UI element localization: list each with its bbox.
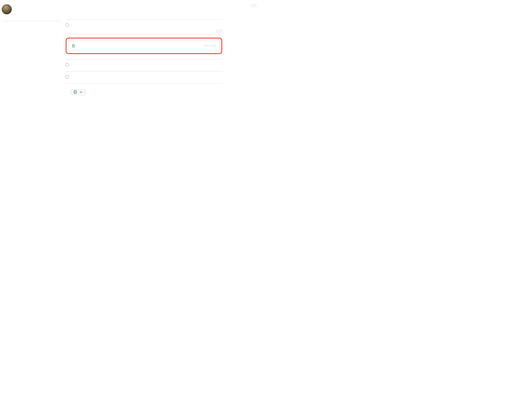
chevron-down-icon — [79, 91, 83, 94]
lock-icon — [72, 44, 75, 48]
gpg-section — [66, 57, 222, 66]
sync-enable-checkbox[interactable] — [66, 76, 69, 79]
repo-icon — [73, 91, 77, 94]
secret-highlight-box — [66, 38, 222, 54]
select-repositories-button[interactable] — [70, 89, 86, 95]
new-secret-button[interactable] — [216, 30, 222, 32]
go-to-profile-button[interactable] — [251, 4, 257, 7]
main-content — [66, 18, 226, 98]
dotfiles-checkbox[interactable] — [66, 24, 69, 26]
dotfiles-section — [66, 18, 222, 26]
page-header — [2, 3, 257, 18]
avatar[interactable] — [2, 4, 12, 14]
sync-section — [66, 70, 222, 79]
secret-delete-button[interactable] — [211, 45, 216, 47]
settings-sidebar — [2, 18, 61, 98]
gpg-enable-checkbox[interactable] — [66, 63, 69, 66]
secret-update-button[interactable] — [204, 45, 209, 47]
trusted-section — [66, 82, 222, 95]
secret-row — [68, 41, 220, 51]
secrets-section — [66, 30, 222, 54]
